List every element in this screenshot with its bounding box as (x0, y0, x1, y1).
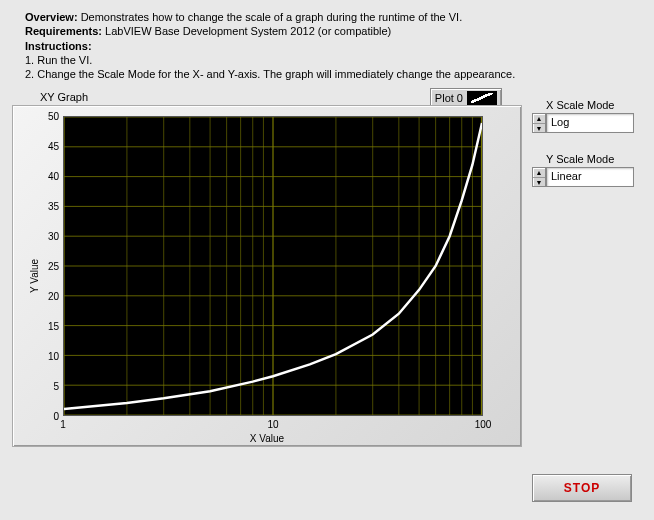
chevron-up-icon[interactable]: ▲ (533, 168, 545, 178)
x-scale-mode-label: X Scale Mode (546, 99, 634, 111)
y-tick-label: 15 (39, 321, 59, 332)
y-tick-label: 30 (39, 231, 59, 242)
y-axis-label: Y Value (29, 259, 40, 293)
y-tick-label: 5 (39, 381, 59, 392)
plot-area[interactable] (63, 116, 483, 416)
y-tick-label: 40 (39, 171, 59, 182)
y-tick-label: 10 (39, 351, 59, 362)
x-tick-label: 100 (475, 419, 492, 430)
y-tick-label: 20 (39, 291, 59, 302)
x-tick-label: 10 (267, 419, 278, 430)
y-tick-label: 35 (39, 201, 59, 212)
legend-label: Plot 0 (435, 92, 463, 104)
y-tick-label: 25 (39, 261, 59, 272)
x-scale-mode-select[interactable]: Log (546, 113, 634, 133)
chevron-down-icon[interactable]: ▼ (533, 178, 545, 187)
stop-button[interactable]: STOP (532, 474, 632, 502)
plot-line-icon (467, 91, 497, 105)
y-scale-mode-label: Y Scale Mode (546, 153, 634, 165)
x-axis-label: X Value (250, 433, 284, 444)
y-tick-label: 0 (39, 411, 59, 422)
y-tick-label: 50 (39, 111, 59, 122)
chevron-up-icon[interactable]: ▲ (533, 114, 545, 124)
graph-frame: Y Value X Value 051015202530354045501101… (12, 105, 522, 447)
header-text: Overview: Demonstrates how to change the… (0, 0, 654, 81)
chevron-down-icon[interactable]: ▼ (533, 124, 545, 133)
y-scale-mode-nudger[interactable]: ▲ ▼ (532, 167, 546, 187)
y-tick-label: 45 (39, 141, 59, 152)
x-tick-label: 1 (60, 419, 66, 430)
y-scale-mode-select[interactable]: Linear (546, 167, 634, 187)
x-scale-mode-nudger[interactable]: ▲ ▼ (532, 113, 546, 133)
